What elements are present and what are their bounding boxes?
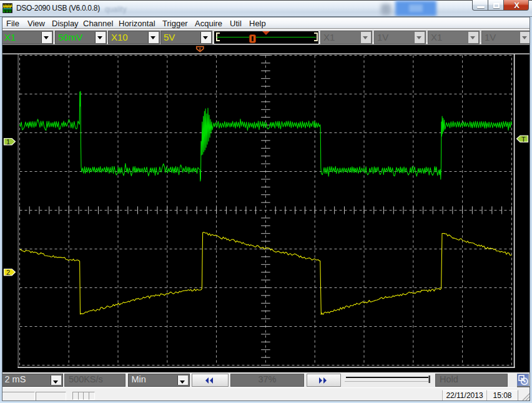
svg-text:1: 1 bbox=[6, 138, 10, 146]
svg-text:2: 2 bbox=[6, 269, 10, 276]
svg-text:T: T bbox=[521, 136, 526, 143]
